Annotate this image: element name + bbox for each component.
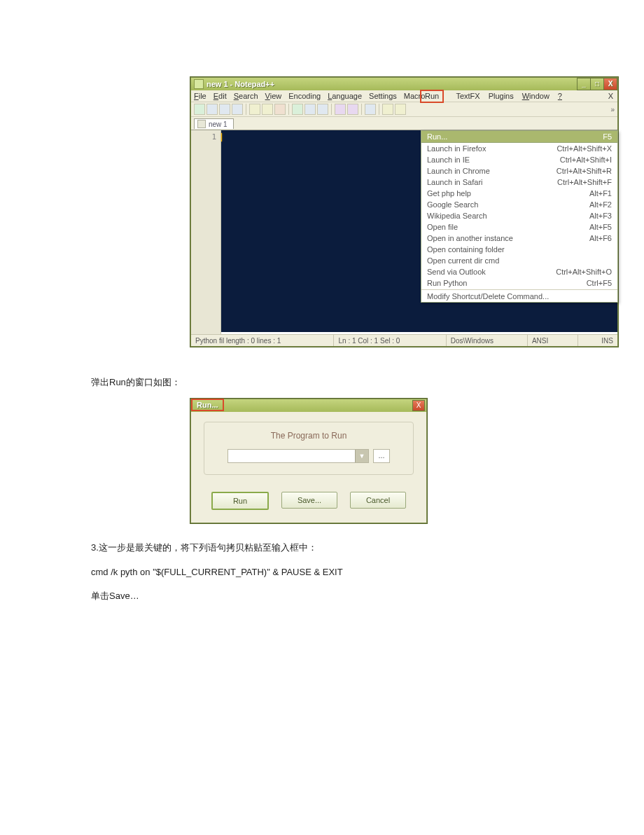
menubar: File Edit Search View Encoding Language … xyxy=(191,90,617,102)
menu-item[interactable]: Open in another instanceAlt+F6 xyxy=(421,233,617,244)
status-charset: ANSI xyxy=(528,335,578,346)
dialog-titlebar[interactable]: Run... X xyxy=(191,399,426,412)
line-number: 1 xyxy=(191,132,216,142)
run-dropdown: Run... F5 Launch in FirefoxCtrl+Alt+Shif… xyxy=(421,130,618,303)
menu-encoding[interactable]: Encoding xyxy=(288,92,321,100)
zoom-icon[interactable] xyxy=(382,104,393,115)
saveall-icon[interactable] xyxy=(232,104,243,115)
menu-textfx[interactable]: TextFX xyxy=(456,92,479,100)
wrap-icon[interactable] xyxy=(395,104,406,115)
save-icon[interactable] xyxy=(219,104,230,115)
status-length: Python fil length : 0 lines : 1 xyxy=(191,335,334,346)
redo-icon[interactable] xyxy=(347,104,358,115)
toolbar-overflow-icon[interactable]: » xyxy=(610,106,615,113)
dialog-close-button[interactable]: X xyxy=(412,400,425,411)
run-button[interactable]: Run xyxy=(211,492,269,510)
menu-item[interactable]: Open current dir cmd xyxy=(421,255,617,266)
menu-item[interactable]: Open containing folder xyxy=(421,244,617,255)
combo-dropdown-button[interactable]: ▼ xyxy=(355,450,368,462)
closeall-icon[interactable] xyxy=(262,104,273,115)
command-text: cmd /k pyth on "$(FULL_CURRENT_PATH)" & … xyxy=(91,567,644,577)
app-icon xyxy=(194,79,204,89)
menu-item[interactable]: Open fileAlt+F5 xyxy=(421,221,617,233)
paste-icon[interactable] xyxy=(317,104,328,115)
program-fieldset: The Program to Run ▼ ... xyxy=(204,422,414,475)
undo-icon[interactable] xyxy=(335,104,346,115)
tab-close-x[interactable]: X xyxy=(608,92,613,100)
step-3-text: 3.这一步是最关键的，将下列语句拷贝粘贴至输入框中： xyxy=(91,541,644,554)
cancel-button[interactable]: Cancel xyxy=(350,492,406,509)
cut-icon[interactable] xyxy=(292,104,303,115)
menu-item[interactable]: Run PythonCtrl+F5 xyxy=(421,277,617,289)
find-icon[interactable] xyxy=(365,104,376,115)
menu-item[interactable]: Google SearchAlt+F2 xyxy=(421,199,617,210)
menu-item[interactable]: Get php helpAlt+F1 xyxy=(421,188,617,199)
tab-strip: new 1 xyxy=(191,117,617,130)
menu-item[interactable]: Send via OutlookCtrl+Alt+Shift+O xyxy=(421,266,617,277)
save-instruction: 单击Save… xyxy=(91,590,644,602)
tab-status-icon xyxy=(197,120,206,128)
dialog-title: Run... xyxy=(191,399,224,411)
run-dialog: Run... X The Program to Run ▼ ... Run xyxy=(190,399,427,523)
close-doc-icon[interactable] xyxy=(249,104,260,115)
minimize-button[interactable]: _ xyxy=(577,78,591,90)
browse-button[interactable]: ... xyxy=(373,449,390,463)
new-icon[interactable] xyxy=(194,104,205,115)
menu-item[interactable]: Launch in IECtrl+Alt+Shift+I xyxy=(421,154,617,165)
menu-item[interactable]: Launch in ChromeCtrl+Alt+Shift+R xyxy=(421,165,617,177)
caption-1: 弹出Run的窗口如图： xyxy=(91,376,644,389)
save-button[interactable]: Save... xyxy=(281,492,337,509)
status-cursor: Ln : 1 Col : 1 Sel : 0 xyxy=(334,335,446,346)
text-cursor xyxy=(221,133,222,142)
open-icon[interactable] xyxy=(206,104,218,115)
menu-help[interactable]: ? xyxy=(558,92,562,100)
print-icon[interactable] xyxy=(274,104,286,115)
tab-label: new 1 xyxy=(209,120,227,128)
menu-item-run[interactable]: Run... F5 xyxy=(421,131,617,143)
status-eol: Dos\Windows xyxy=(447,335,528,346)
window-title: new 1 - Notepad++ xyxy=(206,80,274,88)
close-button[interactable]: X xyxy=(603,78,617,90)
fieldset-legend: The Program to Run xyxy=(213,428,405,449)
status-ins: INS xyxy=(578,335,617,346)
document-tab[interactable]: new 1 xyxy=(194,118,234,129)
line-gutter: 1 xyxy=(191,130,221,334)
menu-item[interactable]: Wikipedia SearchAlt+F3 xyxy=(421,210,617,221)
menu-settings[interactable]: Settings xyxy=(369,92,397,100)
menu-plugins[interactable]: Plugins xyxy=(489,92,514,100)
menu-edit[interactable]: Edit xyxy=(214,92,227,100)
window-titlebar[interactable]: new 1 - Notepad++ _ □ X xyxy=(191,78,617,90)
maximize-button[interactable]: □ xyxy=(590,78,604,90)
program-combobox[interactable]: ▼ xyxy=(227,449,369,463)
menu-language[interactable]: Language xyxy=(328,92,362,100)
menu-file[interactable]: File xyxy=(194,92,206,100)
copy-icon[interactable] xyxy=(304,104,316,115)
menu-item[interactable]: Launch in FirefoxCtrl+Alt+Shift+X xyxy=(421,143,617,154)
status-bar: Python fil length : 0 lines : 1 Ln : 1 C… xyxy=(191,334,617,346)
notepadpp-window: new 1 - Notepad++ _ □ X File Edit Search… xyxy=(190,77,618,347)
menu-item[interactable]: Launch in SafariCtrl+Alt+Shift+F xyxy=(421,177,617,188)
menu-item-modify[interactable]: Modify Shortcut/Delete Command... xyxy=(421,291,617,302)
menu-run-highlighted[interactable]: Run xyxy=(420,90,444,103)
program-input[interactable] xyxy=(228,450,355,462)
menu-search[interactable]: Search xyxy=(234,92,258,100)
menu-window[interactable]: Window xyxy=(522,92,550,100)
menu-view[interactable]: View xyxy=(265,92,282,100)
toolbar: » xyxy=(191,102,617,117)
